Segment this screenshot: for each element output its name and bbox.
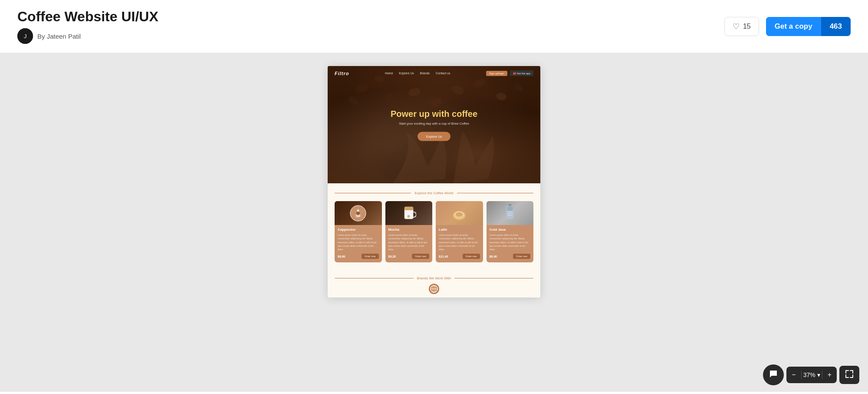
latte-footer: $11.40 Order now	[439, 254, 480, 259]
latte-order-button[interactable]: Order now	[463, 254, 480, 259]
cappacino-body: Cappacino Lorem ipsum dolor sit amet, co…	[335, 225, 382, 262]
mocha-order-button[interactable]: Order now	[412, 254, 429, 259]
coffee-world-section: Explore the Coffee World C	[328, 183, 540, 270]
mocha-body: Mocha Lorem ipsum dolor sit amet, consec…	[385, 225, 433, 262]
hero-explore-button[interactable]: Explore Us	[418, 132, 451, 141]
cappacino-order-button[interactable]: Order now	[362, 254, 379, 259]
hero-subtitle: Start your exciting day with a cup of Br…	[328, 122, 540, 126]
mocha-footer: $9.20 Order now	[388, 254, 430, 259]
hero-nav-buttons: Sign up/login 🍎 Get the app	[486, 70, 533, 76]
section-title-row: Explore the Coffee World	[335, 191, 533, 195]
svg-rect-24	[507, 206, 513, 211]
svg-point-18	[408, 215, 410, 218]
apple-icon: 🍎	[513, 72, 516, 75]
svg-point-15	[356, 212, 360, 215]
header-actions: ♡ 15 Get a copy 463	[724, 17, 851, 36]
brands-line-right	[454, 278, 533, 278]
brands-line-left	[335, 278, 414, 278]
app-btn-label: Get the app	[517, 72, 530, 75]
chat-icon	[769, 370, 778, 380]
brands-title: Brands We Work With	[417, 276, 451, 280]
latte-desc: Lorem ipsum dolor sit amet, consectetur …	[439, 233, 480, 251]
header-left: Coffee Website UI/UX J By Jateen Patil	[17, 9, 158, 44]
section-line-left	[335, 193, 411, 193]
coffee-cards-grid: Cappacino Lorem ipsum dolor sit amet, co…	[335, 201, 533, 262]
mocha-price: $9.20	[388, 255, 396, 258]
nav-link-contact[interactable]: Contact us	[436, 72, 450, 75]
cappacino-price: $8.60	[338, 255, 345, 258]
zoom-control: − 37% ▾ +	[786, 367, 837, 383]
coffee-card-coldjava: Cold Java Lorem ipsum dolor sit amet, co…	[487, 201, 534, 262]
svg-text:J: J	[23, 33, 26, 40]
coffee-card-mocha: Mocha Lorem ipsum dolor sit amet, consec…	[385, 201, 433, 262]
coldjava-name: Cold Java	[490, 228, 531, 232]
cappacino-image	[335, 201, 382, 225]
coldjava-image	[487, 201, 534, 225]
mocha-name: Mocha	[388, 228, 430, 232]
coldjava-price: $6.40	[490, 255, 497, 258]
brands-icon	[429, 284, 439, 294]
nav-link-home[interactable]: Home	[385, 72, 393, 75]
coffee-card-cappacino: Cappacino Lorem ipsum dolor sit amet, co…	[335, 201, 382, 262]
page-title: Coffee Website UI/UX	[17, 9, 158, 25]
preview-window: Filtro Home Explore Us Brands Contact us…	[328, 66, 540, 298]
brands-section: Brands We Work With	[328, 270, 540, 298]
zoom-out-button[interactable]: −	[786, 367, 801, 383]
zoom-percentage: 37%	[803, 371, 815, 378]
hero-title: Power up with coffee	[328, 109, 540, 119]
coldjava-order-button[interactable]: Order now	[513, 254, 530, 259]
svg-rect-17	[404, 207, 413, 210]
coldjava-footer: $6.40 Order now	[490, 254, 531, 259]
bottom-toolbar: − 37% ▾ +	[763, 364, 859, 385]
hero-nav-links: Home Explore Us Brands Contact us	[385, 72, 450, 75]
get-copy-count: 463	[821, 17, 851, 36]
canvas-area: Filtro Home Explore Us Brands Contact us…	[0, 53, 868, 392]
svg-rect-28	[509, 204, 511, 206]
zoom-value[interactable]: 37% ▾	[802, 371, 822, 378]
svg-point-22	[456, 212, 463, 217]
section-title: Explore the Coffee World	[414, 191, 453, 195]
like-count: 15	[743, 23, 751, 30]
expand-button[interactable]	[839, 366, 859, 384]
cappacino-desc: Lorem ipsum dolor sit amet, consectetur …	[338, 233, 379, 251]
latte-price: $11.40	[439, 255, 448, 258]
author-name: By Jateen Patil	[37, 33, 81, 40]
latte-body: Latte Lorem ipsum dolor sit amet, consec…	[436, 225, 483, 262]
coffee-card-latte: Latte Lorem ipsum dolor sit amet, consec…	[436, 201, 483, 262]
cappacino-footer: $8.60 Order now	[338, 254, 379, 259]
brands-title-row: Brands We Work With	[335, 276, 533, 280]
minus-icon: −	[792, 371, 796, 378]
avatar-inner: J	[17, 28, 33, 44]
hero-content: Power up with coffee Start your exciting…	[328, 109, 540, 141]
avatar: J	[17, 28, 33, 44]
signin-button[interactable]: Sign up/login	[486, 71, 507, 76]
cappacino-name: Cappacino	[338, 228, 379, 232]
brands-icon-row	[335, 284, 533, 294]
chevron-down-icon: ▾	[817, 371, 820, 378]
header: Coffee Website UI/UX J By Jateen Patil ♡…	[0, 0, 868, 53]
zoom-in-button[interactable]: +	[822, 367, 837, 383]
nav-link-explore[interactable]: Explore Us	[399, 72, 414, 75]
mocha-image	[385, 201, 433, 225]
chat-button[interactable]	[763, 364, 784, 385]
latte-image	[436, 201, 483, 225]
nav-link-brands[interactable]: Brands	[420, 72, 430, 75]
mocha-desc: Lorem ipsum dolor sit amet, consectetur …	[388, 233, 430, 251]
coldjava-desc: Lorem ipsum dolor sit amet, consectetur …	[490, 233, 531, 251]
coldjava-body: Cold Java Lorem ipsum dolor sit amet, co…	[487, 225, 534, 262]
get-copy-label: Get a copy	[766, 17, 821, 36]
plus-icon: +	[828, 371, 832, 378]
hero-section: Filtro Home Explore Us Brands Contact us…	[328, 66, 540, 183]
section-line-right	[457, 193, 533, 193]
get-app-button[interactable]: 🍎 Get the app	[510, 70, 533, 76]
author-row: J By Jateen Patil	[17, 28, 158, 44]
latte-name: Latte	[439, 228, 480, 232]
heart-icon: ♡	[733, 22, 740, 31]
hero-nav: Filtro Home Explore Us Brands Contact us…	[328, 66, 540, 80]
expand-icon	[845, 370, 853, 380]
like-button[interactable]: ♡ 15	[724, 17, 759, 36]
get-copy-button[interactable]: Get a copy 463	[766, 17, 851, 36]
hero-logo: Filtro	[335, 71, 349, 76]
